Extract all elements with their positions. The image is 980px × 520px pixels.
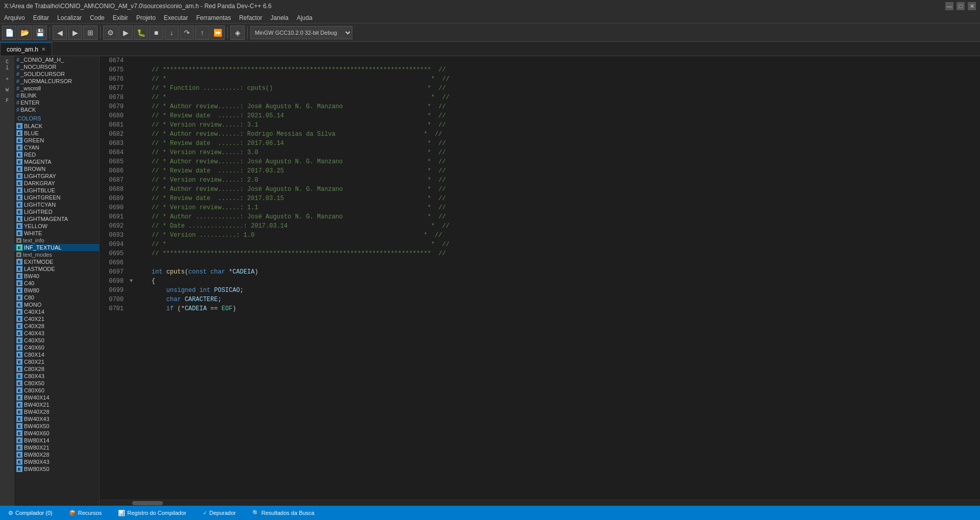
tab-close-icon[interactable]: ✕ [41, 46, 45, 52]
list-item[interactable]: EEXITMODE [14, 258, 99, 265]
bottom-tab-busca[interactable]: 🔍 Resultados da Busca [248, 508, 319, 518]
add-watch-icon[interactable]: + [5, 76, 10, 83]
list-item[interactable]: EBW40X28 [14, 408, 99, 415]
back-button[interactable]: ◀ [53, 26, 67, 40]
tab-conio[interactable]: conio_am.h ✕ [0, 42, 52, 56]
list-item[interactable]: EBW80X28 [14, 451, 99, 458]
list-item[interactable]: EC40X21 [14, 315, 99, 323]
stepout-button[interactable]: ↑ [195, 26, 209, 40]
step-button[interactable]: ↓ [164, 26, 179, 40]
close-button[interactable]: ✕ [968, 2, 976, 10]
list-item[interactable]: EINF_TEXTUAL [14, 244, 99, 251]
maximize-button[interactable]: □ [957, 2, 965, 10]
list-item[interactable]: EC80X43 [14, 373, 99, 380]
list-item[interactable]: EBW40X60 [14, 430, 99, 437]
list-item[interactable]: ELIGHTMAGENTA [14, 215, 99, 222]
sidebar-tree[interactable]: #_CONIO_AM_H_#_NOCURSOR#_SOLIDCURSOR#_NO… [14, 56, 99, 506]
list-item[interactable]: COLORS [14, 113, 99, 122]
menu-refactor[interactable]: Refactor [235, 13, 266, 22]
list-item[interactable]: EBLUE [14, 130, 99, 137]
list-item[interactable]: EBW80X21 [14, 444, 99, 451]
list-item[interactable]: EC40X60 [14, 344, 99, 351]
h-scrollbar-thumb[interactable] [132, 501, 163, 505]
open-button[interactable]: 📂 [17, 26, 32, 40]
minimize-button[interactable]: — [945, 2, 953, 10]
list-item[interactable]: EBROWN [14, 165, 99, 172]
list-item[interactable]: ELASTMODE [14, 265, 99, 273]
list-item[interactable]: #BLINK [14, 92, 99, 99]
compiler-select[interactable]: MinGW GCC10.2.0 32-bit Debug [250, 26, 352, 39]
fold-indicator[interactable]: ▼ [128, 277, 135, 286]
list-item[interactable]: ELIGHTGREEN [14, 194, 99, 201]
menu-localizar[interactable]: Localizar [53, 13, 86, 22]
files-tab-icon[interactable]: F [5, 97, 10, 105]
menu-executar[interactable]: Executar [160, 13, 192, 22]
list-item[interactable]: #_NORMALCURSOR [14, 78, 99, 85]
list-item[interactable]: EWHITE [14, 230, 99, 237]
menu-exibir[interactable]: Exibir [109, 13, 132, 22]
list-item[interactable]: ELIGHTRED [14, 208, 99, 215]
list-item[interactable]: EMAGENTA [14, 158, 99, 165]
list-item[interactable]: EBW80X50 [14, 465, 99, 473]
list-item[interactable]: EBW40X43 [14, 415, 99, 423]
list-item[interactable]: EBW40X21 [14, 401, 99, 408]
list-item[interactable]: EDARKGRAY [14, 180, 99, 187]
stop-button[interactable]: ■ [149, 26, 163, 40]
list-item[interactable]: ERED [14, 151, 99, 158]
list-item[interactable]: EC40X14 [14, 308, 99, 315]
list-item[interactable]: EC40X50 [14, 337, 99, 344]
list-item[interactable]: #_wscroll [14, 85, 99, 92]
classes-tab-icon[interactable]: Cl [5, 58, 10, 72]
list-item[interactable]: ECYAN [14, 144, 99, 151]
save-button[interactable]: 💾 [33, 26, 47, 40]
list-item[interactable]: EBW80X14 [14, 437, 99, 444]
menu-ajuda[interactable]: Ajuda [293, 13, 317, 22]
menu-code[interactable]: Code [86, 13, 109, 22]
list-item[interactable]: EC80X60 [14, 387, 99, 394]
stepover-button[interactable]: ↷ [180, 26, 194, 40]
list-item[interactable]: EC80X21 [14, 358, 99, 365]
list-item[interactable]: #_SOLIDCURSOR [14, 70, 99, 78]
forward-button[interactable]: ▶ [68, 26, 82, 40]
list-item[interactable]: EC80X50 [14, 380, 99, 387]
list-item[interactable]: ELIGHTBLUE [14, 187, 99, 194]
bottom-tab-compiler[interactable]: ⚙ Compilador (0) [4, 508, 57, 518]
debug-button[interactable]: 🐛 [134, 26, 148, 40]
list-item[interactable]: EBLACK [14, 122, 99, 130]
code-container[interactable]: 06740675 // ****************************… [100, 56, 980, 500]
list-item[interactable]: EYELLOW [14, 222, 99, 230]
list-item[interactable]: EC80 [14, 294, 99, 301]
bottom-tab-recursos[interactable]: 📦 Recursos [65, 508, 106, 518]
list-item[interactable]: ELIGHTCYAN [14, 201, 99, 208]
list-item[interactable]: #_NOCURSOR [14, 63, 99, 70]
indent-button[interactable]: ⊞ [83, 26, 98, 40]
list-item[interactable]: EBW40X50 [14, 423, 99, 430]
menu-arquivo[interactable]: Arquivo [0, 13, 29, 22]
profile-button[interactable]: ◈ [230, 26, 245, 40]
menu-janela[interactable]: Janela [267, 13, 293, 22]
list-item[interactable]: EC40X28 [14, 323, 99, 330]
list-item[interactable]: EC40X43 [14, 330, 99, 337]
list-item[interactable]: EC80X14 [14, 351, 99, 358]
list-item[interactable]: EBW80X43 [14, 458, 99, 465]
menu-projeto[interactable]: Projeto [132, 13, 160, 22]
bottom-tab-registro[interactable]: 📊 Registro do Compilador [114, 508, 190, 518]
watch-tab-icon[interactable]: W [5, 86, 10, 94]
sidebar-content[interactable]: Cl + W F #_CONIO_AM_H_#_NOCURSOR#_SOLIDC… [0, 56, 99, 506]
list-item[interactable]: #ENTER [14, 99, 99, 106]
list-item[interactable]: etext_info [14, 237, 99, 244]
menu-editar[interactable]: Editar [29, 13, 53, 22]
menu-ferramentas[interactable]: Ferramentas [192, 13, 235, 22]
compile-button[interactable]: ⚙ [103, 26, 117, 40]
list-item[interactable]: EBW40 [14, 273, 99, 280]
list-item[interactable]: EMONO [14, 301, 99, 308]
list-item[interactable]: etext_modes [14, 251, 99, 258]
new-button[interactable]: 📄 [2, 26, 16, 40]
list-item[interactable]: #_CONIO_AM_H_ [14, 56, 99, 63]
continue-button[interactable]: ⏩ [210, 26, 225, 40]
list-item[interactable]: EBW40X14 [14, 394, 99, 401]
run-button[interactable]: ▶ [118, 26, 133, 40]
list-item[interactable]: EGREEN [14, 137, 99, 144]
list-item[interactable]: EC80X28 [14, 365, 99, 373]
bottom-tab-depurador[interactable]: ✔ Depurador [199, 508, 240, 518]
